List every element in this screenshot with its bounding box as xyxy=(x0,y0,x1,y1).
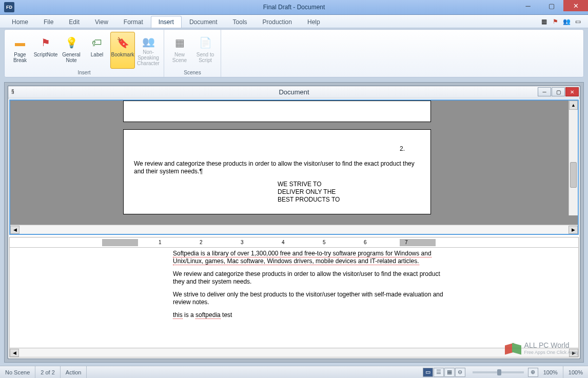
top-pane: 2. We review and categorize these produc… xyxy=(9,100,579,235)
label-icon: 🏷 xyxy=(89,34,105,51)
view-page-button[interactable]: ☰ xyxy=(434,368,444,377)
tab-production[interactable]: Production xyxy=(255,16,300,28)
status-zoom-1[interactable]: 100% xyxy=(538,366,563,378)
top-vertical-scrollbar[interactable]: ▲ xyxy=(569,101,578,215)
send-to-script-label: Send to Script xyxy=(197,52,214,63)
zoom-slider-thumb[interactable] xyxy=(497,369,501,375)
close-button[interactable]: ✕ xyxy=(563,0,588,11)
bottom-scroll-left-arrow[interactable]: ◀ xyxy=(10,349,19,357)
minimize-button[interactable]: ─ xyxy=(516,0,540,11)
menu-bar: Home File Edit View Format Insert Docume… xyxy=(0,15,588,28)
scroll-left-arrow[interactable]: ◀ xyxy=(10,226,19,234)
doc-minimize-button[interactable]: ─ xyxy=(538,87,551,96)
ruler-mark-2: 2 xyxy=(200,240,203,245)
view-normal-button[interactable]: ▭ xyxy=(423,368,433,377)
document-window-title: Document xyxy=(8,88,580,96)
non-speaking-character-icon: 👥 xyxy=(140,34,156,48)
ruler-mark-3: 3 xyxy=(241,240,244,245)
status-element[interactable]: Action xyxy=(61,366,87,378)
doc-maximize-button[interactable]: ▢ xyxy=(552,87,565,96)
scroll-track[interactable] xyxy=(19,226,569,234)
scroll-up-arrow[interactable]: ▲ xyxy=(569,101,578,110)
document-window-controls: ─ ▢ ✕ xyxy=(538,87,579,96)
window-title: Final Draft - Document xyxy=(0,4,588,11)
page-number: 2. xyxy=(134,145,420,153)
top-horizontal-scrollbar[interactable]: ◀ ▶ xyxy=(10,225,578,234)
scriptnote-icon: ⚑ xyxy=(37,34,54,51)
status-bar: No Scene 2 of 2 Action ▭ ☰ ▦ ⊖ ⊕ 100% 10… xyxy=(0,366,588,378)
label-button[interactable]: 🏷 Label xyxy=(85,32,109,69)
tab-file[interactable]: File xyxy=(36,16,61,28)
flag-icon[interactable]: ⚑ xyxy=(551,17,559,26)
bookmark-button[interactable]: 🔖 Bookmark xyxy=(110,32,135,69)
doc-close-button[interactable]: ✕ xyxy=(565,87,579,96)
bottom-pane: 1 2 3 4 5 6 7 Softpedia is a library of … xyxy=(9,237,579,357)
scriptnote-label: ScriptNote xyxy=(34,52,58,57)
lower-para-2: We review and categorize these products … xyxy=(173,270,450,286)
bottom-scroll-right-arrow[interactable]: ▶ xyxy=(569,349,578,357)
send-to-script-button[interactable]: 📄 Send to Script xyxy=(193,32,218,69)
tab-view[interactable]: View xyxy=(87,16,116,28)
people-icon[interactable]: 👥 xyxy=(562,17,571,26)
ribbon: ▬ Page Break ⚑ ScriptNote 💡 General Note… xyxy=(4,29,584,77)
window-controls: ─ ▢ ✕ xyxy=(516,0,588,11)
status-page[interactable]: 2 of 2 xyxy=(35,366,61,378)
scriptnote-button[interactable]: ⚑ ScriptNote xyxy=(33,32,58,69)
non-speaking-character-label: Non-Speaking Character xyxy=(137,49,160,66)
general-note-button[interactable]: 💡 General Note xyxy=(59,32,84,69)
general-note-label: General Note xyxy=(62,52,81,63)
ribbon-group-scenes-label: Scenes xyxy=(167,69,218,76)
status-zoom-2[interactable]: 100% xyxy=(563,366,588,378)
paragraph-1: We review and categorize these products … xyxy=(134,160,420,175)
non-speaking-character-button[interactable]: 👥 Non-Speaking Character xyxy=(136,32,161,69)
view-mode-buttons: ▭ ☰ ▦ ⊖ xyxy=(420,368,468,377)
ruler-shade-left xyxy=(102,239,138,246)
ruler-mark-7: 7 xyxy=(405,240,408,245)
tab-home[interactable]: Home xyxy=(4,16,36,28)
lower-para-1: Softpedia is a library of over 1,300,000… xyxy=(173,250,450,265)
top-pane-content[interactable]: 2. We review and categorize these produc… xyxy=(10,101,578,225)
ruler-mark-1: 1 xyxy=(159,240,162,245)
label-label: Label xyxy=(91,52,103,57)
tab-format[interactable]: Format xyxy=(116,16,151,28)
page-break-button[interactable]: ▬ Page Break xyxy=(8,32,32,69)
bottom-scroll-track[interactable] xyxy=(19,349,569,357)
lower-para-3: We strive to deliver only the best produ… xyxy=(173,291,450,306)
bottom-pane-content[interactable]: Softpedia is a library of over 1,300,000… xyxy=(10,248,578,348)
grid-icon[interactable]: ▦ xyxy=(540,17,548,26)
maximize-button[interactable]: ▢ xyxy=(540,0,563,11)
new-scene-button[interactable]: ▦ New Scene xyxy=(167,32,192,69)
new-scene-icon: ▦ xyxy=(171,34,188,51)
zoom-slider[interactable] xyxy=(473,371,524,373)
menubar-right-icons: ▦ ⚑ 👥 ▭ xyxy=(538,17,584,28)
tab-tools[interactable]: Tools xyxy=(225,16,255,28)
tab-document[interactable]: Document xyxy=(182,16,225,28)
scroll-thumb[interactable] xyxy=(570,162,577,188)
zoom-in-button[interactable]: ⊕ xyxy=(528,368,538,377)
tab-help[interactable]: Help xyxy=(300,16,328,28)
bookmark-label: Bookmark xyxy=(111,52,134,57)
document-window: § Document ─ ▢ ✕ 2. We review and catego… xyxy=(8,86,580,359)
scroll-right-arrow[interactable]: ▶ xyxy=(569,226,578,234)
ruler[interactable]: 1 2 3 4 5 6 7 xyxy=(10,237,578,248)
previous-page-edge xyxy=(123,101,431,122)
ribbon-group-scenes: ▦ New Scene 📄 Send to Script Scenes xyxy=(164,30,221,77)
tab-insert[interactable]: Insert xyxy=(151,16,182,28)
bottom-horizontal-scrollbar[interactable]: ◀ ▶ xyxy=(10,348,578,357)
ruler-mark-6: 6 xyxy=(364,240,367,245)
status-scene[interactable]: No Scene xyxy=(0,366,35,378)
lower-para-4: this is a softpedia test xyxy=(173,311,450,319)
page-break-icon: ▬ xyxy=(12,34,28,51)
window-titlebar: FD Final Draft - Document ─ ▢ ✕ xyxy=(0,0,588,15)
ribbon-group-insert-label: Insert xyxy=(8,69,161,76)
document-window-titlebar: § Document ─ ▢ ✕ xyxy=(8,86,580,98)
screen-icon[interactable]: ▭ xyxy=(574,17,582,26)
page[interactable]: 2. We review and categorize these produc… xyxy=(123,129,431,214)
general-note-icon: 💡 xyxy=(63,34,80,51)
document-area: § Document ─ ▢ ✕ 2. We review and catego… xyxy=(4,82,584,363)
ruler-mark-5: 5 xyxy=(323,240,326,245)
view-cards-button[interactable]: ▦ xyxy=(444,368,455,377)
zoom-out-button[interactable]: ⊖ xyxy=(455,368,465,377)
tab-edit[interactable]: Edit xyxy=(61,16,87,28)
ribbon-group-insert: ▬ Page Break ⚑ ScriptNote 💡 General Note… xyxy=(5,30,164,77)
